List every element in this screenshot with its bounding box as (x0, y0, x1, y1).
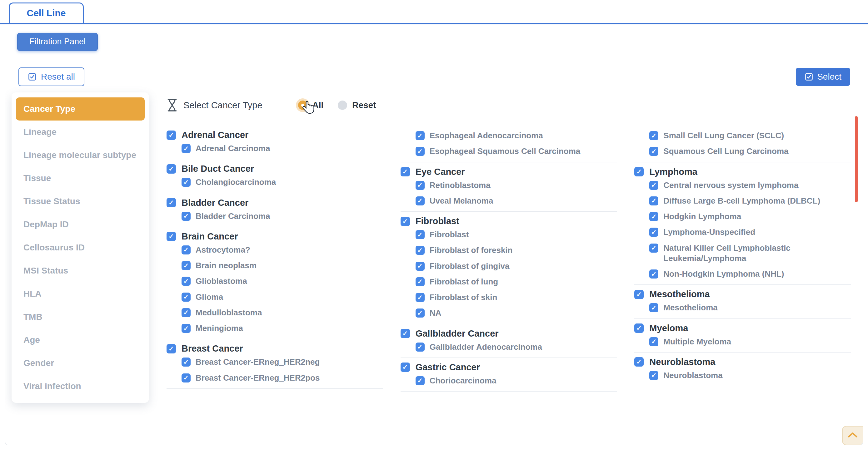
sidebar-item-viral-infection[interactable]: Viral infection (16, 375, 145, 398)
cancer-subtype-row-na[interactable]: ✓NA (401, 308, 617, 318)
checkbox-checked-icon[interactable]: ✓ (401, 362, 410, 372)
checkbox-checked-icon[interactable]: ✓ (649, 371, 658, 380)
cancer-subtype-row-brain-neoplasm[interactable]: ✓Brain neoplasm (166, 260, 383, 271)
cancer-subtype-row-retinoblastoma[interactable]: ✓Retinoblastoma (401, 180, 617, 190)
checkbox-checked-icon[interactable]: ✓ (166, 344, 176, 353)
cancer-subtype-row-choriocarcinoma[interactable]: ✓Choriocarcinoma (401, 376, 617, 386)
cancer-group-row-mesothelioma[interactable]: ✓Mesothelioma (634, 289, 851, 299)
checkbox-checked-icon[interactable]: ✓ (649, 181, 658, 190)
checkbox-checked-icon[interactable]: ✓ (415, 147, 425, 156)
cancer-group-row-gallbladder-cancer[interactable]: ✓Gallbladder Cancer (401, 328, 617, 339)
sidebar-item-gender[interactable]: Gender (16, 352, 145, 375)
cancer-subtype-row-uveal-melanoma[interactable]: ✓Uveal Melanoma (401, 196, 617, 206)
checkbox-checked-icon[interactable]: ✓ (401, 329, 410, 338)
filtration-panel-button[interactable]: Filtration Panel (17, 33, 98, 51)
cancer-subtype-row-multiple-myeloma[interactable]: ✓Multiple Myeloma (634, 336, 851, 347)
checkbox-checked-icon[interactable]: ✓ (415, 277, 425, 286)
cancer-subtype-row-meningioma[interactable]: ✓Meningioma (166, 323, 383, 333)
cancer-subtype-row-fibroblast-of-lung[interactable]: ✓Fibroblast of lung (401, 277, 617, 287)
cancer-subtype-row-gallbladder-adenocarcinoma[interactable]: ✓Gallbladder Adenocarcinoma (401, 342, 617, 352)
checkbox-checked-icon[interactable]: ✓ (166, 198, 176, 207)
cancer-subtype-row-breast-cancer-erneg-her2neg[interactable]: ✓Breast Cancer-ERneg_HER2neg (166, 357, 383, 367)
scroll-top-button[interactable] (842, 426, 863, 445)
cancer-subtype-row-medulloblastoma[interactable]: ✓Medulloblastoma (166, 308, 383, 318)
cancer-subtype-row-breast-cancer-erneg-her2pos[interactable]: ✓Breast Cancer-ERneg_HER2pos (166, 373, 383, 383)
select-button[interactable]: Select (796, 68, 850, 86)
checkbox-checked-icon[interactable]: ✓ (649, 212, 658, 221)
cancer-subtype-row-natural-killer-cell-lymphoblastic-leukemia-lymphoma[interactable]: ✓Natural Killer Cell Lymphoblastic Leuke… (634, 243, 851, 264)
cancer-subtype-row-mesothelioma[interactable]: ✓Mesothelioma (634, 302, 851, 313)
checkbox-checked-icon[interactable]: ✓ (634, 290, 644, 299)
sidebar-item-lineage[interactable]: Lineage (16, 121, 145, 143)
reset-all-button[interactable]: Reset all (19, 67, 84, 86)
checkbox-checked-icon[interactable]: ✓ (182, 277, 191, 286)
cancer-subtype-row-diffuse-large-b-cell-lymphoma-dlbcl[interactable]: ✓Diffuse Large B-cell Lymphoma (DLBCL) (634, 196, 851, 206)
checkbox-checked-icon[interactable]: ✓ (182, 374, 191, 383)
cancer-subtype-row-non-hodgkin-lymphoma-nhl[interactable]: ✓Non-Hodgkin Lymphoma (NHL) (634, 269, 851, 279)
radio-unselected-icon[interactable] (338, 100, 347, 110)
cancer-group-row-lymphoma[interactable]: ✓Lymphoma (634, 167, 851, 177)
cancer-subtype-row-squamous-cell-lung-carcinoma[interactable]: ✓Squamous Cell Lung Carcinoma (634, 146, 851, 156)
radio-all[interactable]: All (298, 100, 324, 110)
checkbox-checked-icon[interactable]: ✓ (182, 144, 191, 153)
checkbox-checked-icon[interactable]: ✓ (415, 246, 425, 255)
cancer-subtype-row-astrocytoma[interactable]: ✓Astrocytoma? (166, 245, 383, 255)
cancer-group-row-adrenal-cancer[interactable]: ✓Adrenal Cancer (166, 130, 383, 140)
cancer-subtype-row-lymphoma-unspecified[interactable]: ✓Lymphoma-Unspecified (634, 227, 851, 237)
checkbox-checked-icon[interactable]: ✓ (649, 303, 658, 312)
checkbox-checked-icon[interactable]: ✓ (182, 212, 191, 221)
cancer-subtype-row-adrenal-carcinoma[interactable]: ✓Adrenal Carcinoma (166, 143, 383, 154)
sidebar-item-tissue-status[interactable]: Tissue Status (16, 190, 145, 213)
cancer-group-row-myeloma[interactable]: ✓Myeloma (634, 323, 851, 333)
checkbox-checked-icon[interactable]: ✓ (649, 196, 658, 205)
cancer-group-row-fibroblast[interactable]: ✓Fibroblast (401, 216, 617, 226)
checkbox-checked-icon[interactable]: ✓ (401, 217, 410, 226)
cancer-subtype-row-cholangiocarcinoma[interactable]: ✓Cholangiocarcinoma (166, 177, 383, 187)
cancer-subtype-row-esophageal-adenocarcinoma[interactable]: ✓Esophageal Adenocarcinoma (401, 130, 617, 141)
checkbox-checked-icon[interactable]: ✓ (415, 262, 425, 271)
checkbox-checked-icon[interactable]: ✓ (182, 246, 191, 254)
checkbox-checked-icon[interactable]: ✓ (649, 147, 658, 156)
checkbox-checked-icon[interactable]: ✓ (634, 323, 644, 333)
cancer-subtype-row-small-cell-lung-cancer-sclc[interactable]: ✓Small Cell Lung Cancer (SCLC) (634, 130, 851, 141)
checkbox-checked-icon[interactable]: ✓ (634, 357, 644, 366)
checkbox-checked-icon[interactable]: ✓ (182, 324, 191, 333)
cancer-group-row-eye-cancer[interactable]: ✓Eye Cancer (401, 167, 617, 177)
sidebar-item-cellosaurus-id[interactable]: Cellosaurus ID (16, 236, 145, 259)
sidebar-item-hla[interactable]: HLA (16, 282, 145, 306)
cancer-subtype-row-esophageal-squamous-cell-carcinoma[interactable]: ✓Esophageal Squamous Cell Carcinoma (401, 146, 617, 156)
checkbox-checked-icon[interactable]: ✓ (401, 167, 410, 177)
cancer-group-row-gastric-cancer[interactable]: ✓Gastric Cancer (401, 362, 617, 373)
cancer-group-row-brain-cancer[interactable]: ✓Brain Cancer (166, 231, 383, 242)
checkbox-checked-icon[interactable]: ✓ (415, 181, 425, 190)
cancer-subtype-row-glioma[interactable]: ✓Glioma (166, 292, 383, 302)
checkbox-checked-icon[interactable]: ✓ (415, 293, 425, 302)
scrollbar-thumb[interactable] (855, 116, 858, 202)
cancer-subtype-row-central-nervous-system-lymphoma[interactable]: ✓Central nervous system lymphoma (634, 180, 851, 190)
checkbox-checked-icon[interactable]: ✓ (649, 269, 658, 279)
cancer-subtype-row-fibroblast-of-skin[interactable]: ✓Fibroblast of skin (401, 292, 617, 302)
checkbox-checked-icon[interactable]: ✓ (166, 130, 176, 140)
checkbox-checked-icon[interactable]: ✓ (182, 308, 191, 317)
cancer-subtype-row-bladder-carcinoma[interactable]: ✓Bladder Carcinoma (166, 211, 383, 221)
checkbox-checked-icon[interactable]: ✓ (415, 230, 425, 239)
checkbox-checked-icon[interactable]: ✓ (182, 261, 191, 270)
checkbox-checked-icon[interactable]: ✓ (415, 196, 425, 205)
cancer-subtype-row-neuroblastoma[interactable]: ✓Neuroblastoma (634, 370, 851, 381)
radio-reset[interactable]: Reset (338, 100, 376, 110)
cancer-group-row-bile-duct-cancer[interactable]: ✓Bile Duct Cancer (166, 164, 383, 174)
checkbox-checked-icon[interactable]: ✓ (634, 167, 644, 177)
checkbox-checked-icon[interactable]: ✓ (415, 131, 425, 140)
checkbox-checked-icon[interactable]: ✓ (649, 244, 658, 253)
sidebar-item-lineage-molecular-subtype[interactable]: Lineage molecular subtype (16, 143, 145, 167)
radio-selected-icon[interactable] (298, 100, 307, 110)
checkbox-checked-icon[interactable]: ✓ (182, 178, 191, 187)
cancer-group-row-bladder-cancer[interactable]: ✓Bladder Cancer (166, 198, 383, 208)
checkbox-checked-icon[interactable]: ✓ (415, 343, 425, 352)
tab-cell-line[interactable]: Cell Line (9, 2, 84, 23)
checkbox-checked-icon[interactable]: ✓ (649, 228, 658, 237)
sidebar-item-msi-status[interactable]: MSI Status (16, 259, 145, 282)
checkbox-checked-icon[interactable]: ✓ (415, 376, 425, 385)
checkbox-checked-icon[interactable]: ✓ (182, 293, 191, 301)
checkbox-checked-icon[interactable]: ✓ (166, 164, 176, 173)
